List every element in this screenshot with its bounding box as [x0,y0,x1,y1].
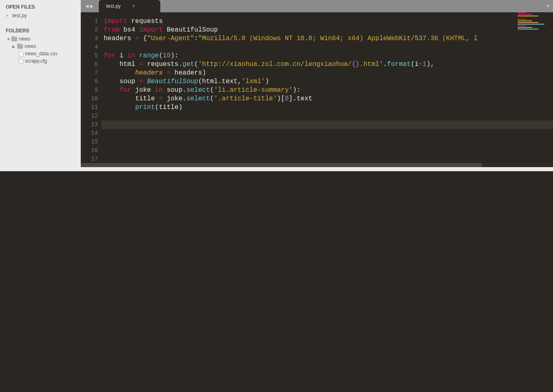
line-gutter: 1234567891011121314151617 [81,12,101,163]
open-file-name: test.py [12,13,27,18]
horizontal-scrollbar[interactable] [81,163,553,167]
code-line[interactable]: for i in range(10): [101,52,553,60]
line-number: 4 [81,43,98,52]
code-line[interactable] [101,146,553,155]
tab-active[interactable]: test.py × [99,0,160,12]
sidebar: OPEN FILES × test.py FOLDERS ▼ news ▶ ne… [0,0,81,167]
folder-root[interactable]: ▼ news [0,35,81,43]
line-number: 14 [81,129,98,138]
folder-icon [17,44,23,49]
console-panel[interactable] [0,171,553,392]
scrollbar-thumb[interactable] [81,163,482,167]
file-label: news_data.csv [25,51,57,57]
code-line[interactable]: soup = BeautifulSoup(html.text,'lxml') [101,77,553,86]
code-line[interactable] [101,155,553,163]
code-line[interactable]: from bs4 import BeautifulSoup [101,26,553,34]
file-item[interactable]: news_data.csv [0,50,81,57]
code-line[interactable] [101,43,553,52]
open-files-header: OPEN FILES [0,2,81,11]
tab-bar: ◀ ▶ test.py × ▼ [81,0,553,12]
nav-forward-icon[interactable]: ▶ [90,3,93,9]
minimap[interactable] [516,12,553,45]
code-line[interactable] [101,120,553,129]
line-number: 12 [81,112,98,120]
editor-area: ◀ ▶ test.py × ▼ 123456789101112131415161… [81,0,553,167]
line-number: 7 [81,69,98,77]
code-line[interactable]: for joke in soup.select('li.article-summ… [101,86,553,95]
folders-header: FOLDERS [0,25,81,35]
tab-label: test.py [106,3,121,9]
open-file-item[interactable]: × test.py [0,11,81,20]
folder-icon [11,37,17,41]
code-line[interactable]: html = requests.get('http://xiaohua.zol.… [101,60,553,69]
line-number: 11 [81,103,98,112]
folder-label: news [19,36,30,42]
code-line[interactable]: headers = {"User-Agent":"Mozilla/5.0 (Wi… [101,34,553,43]
line-number: 3 [81,34,98,43]
code-line[interactable]: import requests [101,17,553,26]
folder-label: news [25,43,36,49]
file-label: scrapy.cfg [25,58,47,64]
code-body[interactable]: 1234567891011121314151617 import request… [81,12,553,163]
code-line[interactable] [101,138,553,146]
chevron-right-icon: ▶ [12,45,16,48]
line-number: 10 [81,95,98,103]
code-line[interactable] [101,129,553,138]
line-number: 6 [81,60,98,69]
code-line[interactable]: headers = headers) [101,69,553,77]
line-number: 17 [81,155,98,163]
close-icon[interactable]: × [132,3,135,9]
line-number: 1 [81,17,98,26]
nav-arrows[interactable]: ◀ ▶ [81,0,98,12]
line-number: 2 [81,26,98,34]
line-number: 16 [81,146,98,155]
code-content[interactable]: import requestsfrom bs4 import Beautiful… [101,12,553,163]
panel-divider[interactable] [0,167,553,171]
chevron-down-icon: ▼ [7,37,10,41]
line-number: 8 [81,77,98,86]
code-line[interactable]: title = joke.select('.article-title')[0]… [101,95,553,103]
code-line[interactable] [101,112,553,120]
line-number: 15 [81,138,98,146]
close-icon[interactable]: × [6,13,10,18]
line-number: 5 [81,52,98,60]
nav-back-icon[interactable]: ◀ [85,3,89,9]
line-number: 13 [81,120,98,129]
file-item[interactable]: scrapy.cfg [0,57,81,65]
folder-child[interactable]: ▶ news [0,43,81,50]
file-icon [19,59,23,64]
line-number: 9 [81,86,98,95]
tab-dropdown-icon[interactable]: ▼ [543,0,553,12]
file-icon [19,51,23,57]
code-line[interactable]: print(title) [101,103,553,112]
